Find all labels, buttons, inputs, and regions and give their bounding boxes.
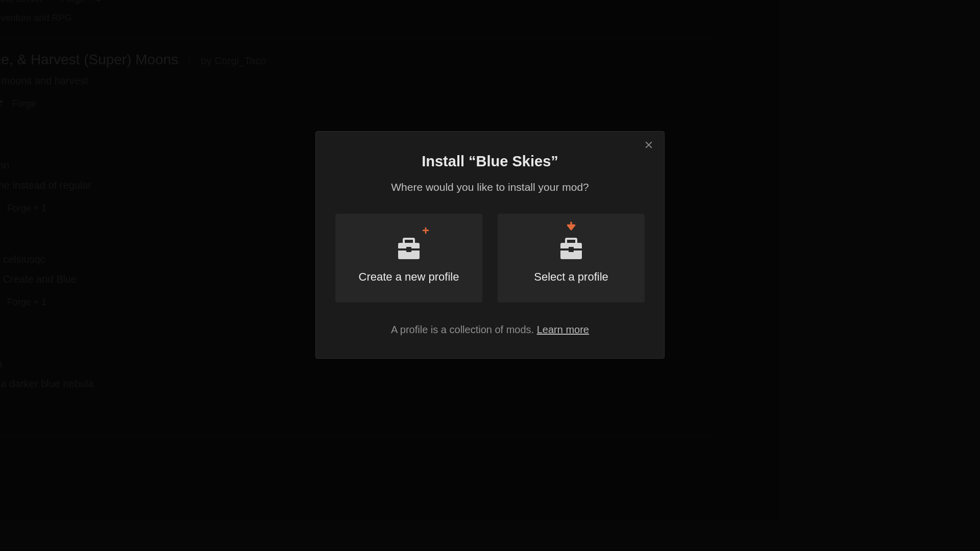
- option-row: + Create a new profile Select a profile: [334, 214, 646, 303]
- footer-text: A profile is a collection of mods.: [391, 324, 537, 335]
- modal-subtitle: Where would you like to install your mod…: [334, 181, 646, 193]
- install-modal: Install “Blue Skies” Where would you lik…: [315, 131, 665, 359]
- select-profile-card[interactable]: Select a profile: [498, 214, 645, 303]
- create-profile-label: Create a new profile: [359, 270, 459, 284]
- select-profile-label: Select a profile: [534, 270, 608, 284]
- modal-overlay: Install “Blue Skies” Where would you lik…: [0, 0, 980, 551]
- modal-footer: A profile is a collection of mods. Learn…: [334, 324, 646, 336]
- close-icon: [644, 140, 653, 149]
- arrow-down-icon: [566, 221, 576, 233]
- close-button[interactable]: [643, 139, 655, 151]
- modal-title: Install “Blue Skies”: [334, 153, 646, 170]
- create-profile-icon: +: [396, 233, 422, 259]
- select-profile-icon: [558, 233, 584, 259]
- plus-icon: +: [422, 224, 429, 237]
- learn-more-link[interactable]: Learn more: [537, 324, 589, 335]
- create-profile-card[interactable]: + Create a new profile: [335, 214, 482, 303]
